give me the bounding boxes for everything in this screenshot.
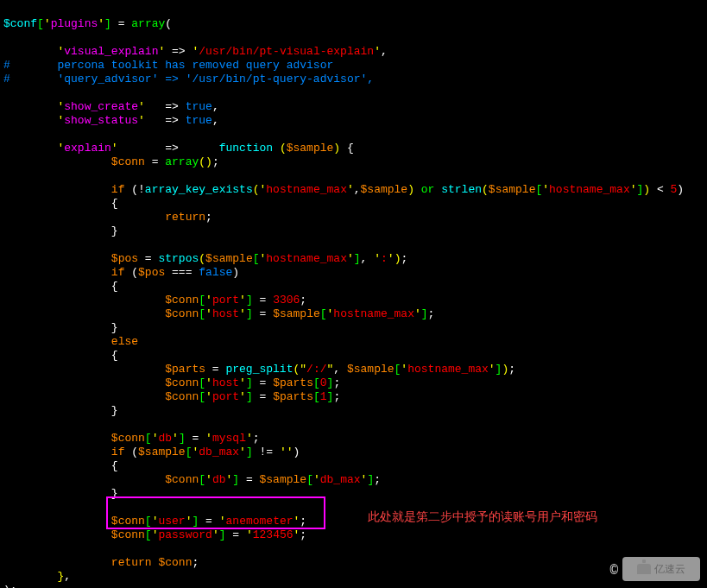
cloud-icon (637, 564, 651, 574)
watermark-text: 亿速云 (654, 562, 685, 576)
watermark-badge: 亿速云 (622, 557, 700, 581)
copyright-symbol: © (609, 564, 618, 578)
var: $conf (3, 17, 37, 30)
comment: # percona toolkit has removed query advi… (3, 59, 333, 72)
code-block: $conf['plugins'] = array( 'visual_explai… (0, 3, 707, 588)
annotation-text: 此处就是第二步中授予的读账号用户和密码 (368, 509, 597, 523)
comment: # 'query_advisor' => '/usr/bin/pt-query-… (3, 73, 374, 85)
